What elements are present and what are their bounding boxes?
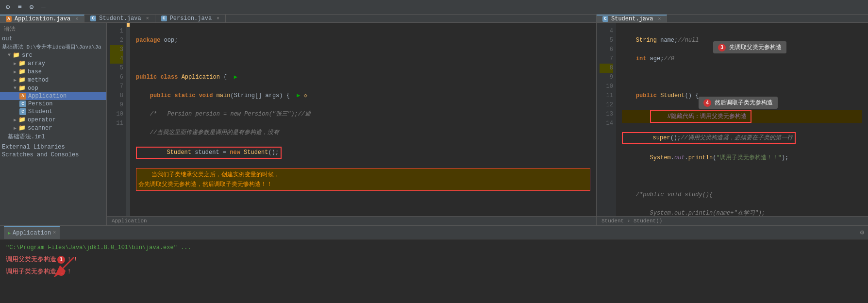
- tab-student-java-close[interactable]: ×: [146, 16, 149, 21]
- sidebar-item-persion[interactable]: C Persion: [0, 100, 106, 108]
- circle-4: 4: [703, 99, 711, 107]
- src-label: src: [22, 52, 33, 59]
- persion-file-icon: C: [19, 101, 26, 107]
- bottom-tab-application-close[interactable]: ×: [53, 230, 56, 236]
- array-chevron: ▶: [14, 61, 17, 67]
- output-line2: 调用子类无参构造2！: [6, 267, 862, 277]
- tab-persion-java-close[interactable]: ×: [217, 16, 219, 21]
- minus-icon[interactable]: —: [39, 2, 47, 12]
- oop-folder-icon: 📁: [18, 84, 26, 92]
- editor-area: 1 2 3 4 5 6 7 8 9 10 11: [107, 23, 868, 225]
- right-code-lines[interactable]: String name;//null int age;//0 public St…: [616, 23, 868, 216]
- tab-persion-java-label: Persion.java: [170, 15, 212, 22]
- base-chevron: ▶: [14, 69, 17, 75]
- scanner-label: scanner: [28, 125, 52, 132]
- operator-chevron: ▶: [14, 117, 17, 123]
- right-code-content[interactable]: 4 5 6 7 8 9 10 11 12 13 14 String name;/…: [597, 23, 868, 216]
- annotation-4: 4 然后调取子类无参构造: [699, 97, 778, 109]
- tab-persion-java[interactable]: C Persion.java ×: [155, 15, 226, 22]
- oop-chevron: ▼: [14, 85, 17, 91]
- line1: package oop;: [136, 37, 178, 44]
- annotation-4-text: 然后调取子类无参构造: [715, 99, 773, 106]
- sidebar-item-out[interactable]: out: [0, 35, 106, 43]
- sidebar-item-student[interactable]: C Student: [0, 108, 106, 116]
- array-folder-icon: 📁: [18, 60, 26, 67]
- rline7: public Student() {: [622, 92, 699, 99]
- operator-label: operator: [28, 117, 56, 123]
- sidebar-item-scratches[interactable]: Scratches and Consoles: [0, 151, 106, 159]
- scroll-indicator-left[interactable]: [126, 23, 130, 216]
- arrow-svg: [45, 252, 103, 282]
- scanner-chevron: ▶: [14, 125, 17, 131]
- student-file-icon: C: [19, 108, 26, 115]
- rline10: System.out.println("调用子类无参构造！！");: [622, 154, 788, 161]
- top-bar: ⚙ ≡ ⚙ —: [0, 0, 868, 15]
- line8: 当我们子类继承父类之后，创建实例变量的时候，会先调取父类无参构造，然后调取子类无…: [136, 168, 590, 191]
- right-editor-breadcrumb: Student › Student(): [597, 216, 868, 225]
- sidebar: 语法 out 基础语法 D:\专升本idea项目\Java\Ja ▼ 📁 src…: [0, 23, 107, 225]
- left-code-lines[interactable]: package oop; public class Application { …: [130, 23, 596, 216]
- run-icon: ▶: [8, 230, 11, 236]
- output-path: "C:\Program Files\Java\jdk1.8.0_101\bin\…: [6, 243, 862, 252]
- sidebar-out-label: out: [2, 35, 13, 42]
- sidebar-item-jijucfa[interactable]: 基础语法 D:\专升本idea项目\Java\Ja: [0, 43, 106, 51]
- rline4: String name;//null: [622, 37, 699, 44]
- menu-icon[interactable]: ≡: [16, 2, 23, 12]
- line4: public static void main(String[] args) {…: [136, 92, 307, 99]
- line5: /* Persion persion = new Persion("张三");/…: [136, 111, 311, 118]
- left-breadcrumb-text: Application: [112, 218, 147, 224]
- rline5: int age;//0: [622, 55, 674, 62]
- line3: public class Application { ▶: [136, 74, 237, 81]
- src-folder-icon: 📁: [13, 51, 20, 59]
- external-libs-label: External Libraries: [2, 144, 65, 151]
- persion-java-icon: C: [161, 16, 167, 21]
- rline9: super();//调用父类构造器，必须要在子类的第一行: [622, 135, 796, 141]
- tab-student-java[interactable]: C Student.java ×: [84, 15, 155, 22]
- bottom-panel: ▶ Application × ⚙ "C:\Program Files\Java…: [0, 225, 868, 303]
- iml-label: 基础语法.iml: [8, 133, 45, 141]
- sidebar-jichu-label: 基础语法 D:\专升本idea项目\Java\Ja: [2, 43, 101, 50]
- tab-student-java-right[interactable]: C Student.java ×: [597, 15, 667, 22]
- line7: Student student = new Student();: [136, 149, 282, 156]
- sidebar-section-grammar: 语法: [0, 23, 106, 35]
- tab-application-java[interactable]: A Application.java ×: [0, 15, 84, 22]
- base-label: base: [28, 68, 42, 75]
- left-editor-breadcrumb: Application: [107, 216, 596, 225]
- sidebar-item-scanner[interactable]: ▶ 📁 scanner: [0, 124, 106, 132]
- bottom-tab-application[interactable]: ▶ Application ×: [4, 226, 60, 239]
- sidebar-item-operator[interactable]: ▶ 📁 operator: [0, 116, 106, 124]
- sidebar-item-application[interactable]: A Application: [0, 92, 106, 100]
- method-folder-icon: 📁: [18, 76, 26, 84]
- method-chevron: ▶: [14, 77, 17, 83]
- app-container: ⚙ ≡ ⚙ — A Application.java × C Student.j…: [0, 0, 868, 303]
- circle-3: 3: [718, 44, 726, 51]
- tab-application-java-close[interactable]: ×: [75, 17, 78, 22]
- settings-icon[interactable]: ⚙: [28, 2, 35, 12]
- sidebar-item-base[interactable]: ▶ 📁 base: [0, 67, 106, 76]
- sidebar-item-array[interactable]: ▶ 📁 array: [0, 59, 106, 67]
- base-folder-icon: 📁: [18, 68, 26, 75]
- bottom-gear-icon[interactable]: ⚙: [860, 228, 864, 236]
- rline12: /*public void study(){: [622, 191, 713, 198]
- sidebar-item-src[interactable]: ▼ 📁 src: [0, 51, 106, 59]
- student-java-icon: C: [90, 16, 96, 21]
- gear-icon[interactable]: ⚙: [4, 2, 12, 12]
- bottom-content: "C:\Program Files\Java\jdk1.8.0_101\bin\…: [0, 239, 868, 303]
- left-code-content[interactable]: 1 2 3 4 5 6 7 8 9 10 11: [107, 23, 596, 216]
- annotation-3: 3 先调取父类无参构造: [713, 41, 786, 53]
- sidebar-item-iml[interactable]: 基础语法.iml: [0, 132, 106, 141]
- sidebar-item-oop[interactable]: ▼ 📁 oop: [0, 84, 106, 92]
- sidebar-item-method[interactable]: ▶ 📁 method: [0, 76, 106, 84]
- right-code-editor: 4 5 6 7 8 9 10 11 12 13 14 String name;/…: [596, 23, 868, 225]
- scratches-label: Scratches and Consoles: [2, 152, 79, 158]
- output-path-text: "C:\Program Files\Java\jdk1.8.0_101\bin\…: [6, 244, 191, 251]
- array-label: array: [28, 60, 45, 67]
- oop-label: oop: [28, 85, 38, 92]
- output-line1: 调用父类无参构造1！！: [6, 254, 862, 265]
- annotation-3-text: 先调取父类无参构造: [729, 44, 782, 50]
- sidebar-item-external-libs[interactable]: External Libraries: [0, 143, 106, 151]
- tab-student-java-right-label: Student.java: [611, 16, 653, 22]
- main-content: 语法 out 基础语法 D:\专升本idea项目\Java\Ja ▼ 📁 src…: [0, 23, 868, 225]
- application-file-icon: A: [19, 93, 26, 100]
- tab-student-java-right-close[interactable]: ×: [658, 17, 661, 22]
